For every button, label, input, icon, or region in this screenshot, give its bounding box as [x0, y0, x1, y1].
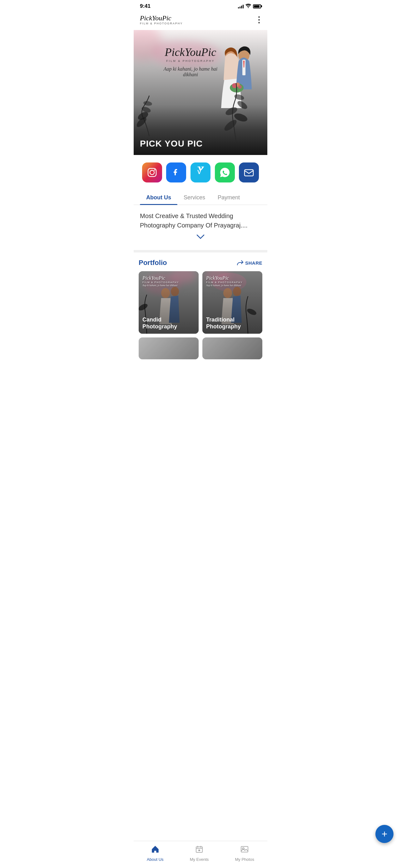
status-bar: 9:41	[134, 0, 267, 11]
portfolio-card-partial-1[interactable]	[139, 337, 199, 359]
logo-name: PickYouPic	[140, 14, 183, 22]
wifi-icon	[245, 4, 251, 9]
portfolio-card-candid[interactable]: PickYouPic FILM & PHOTOGRAPHY Aap ki kah…	[139, 271, 199, 334]
vimeo-button[interactable]: V	[191, 162, 210, 183]
portfolio-section: Portfolio SHARE	[134, 254, 267, 359]
battery-icon	[253, 4, 261, 8]
card-label-candid: CandidPhotography	[142, 316, 177, 330]
card-label-traditional: TraditionalPhotography	[206, 316, 241, 330]
portfolio-grid-row2	[139, 337, 262, 359]
app-header: PickYouPic FILM & PHOTOGRAPHY	[134, 11, 267, 30]
share-button[interactable]: SHARE	[237, 260, 262, 266]
hero-banner: PickYouPic FILM & PHOTOGRAPHY Aap ki kah…	[134, 30, 267, 155]
more-menu-button[interactable]	[257, 15, 261, 25]
expand-chevron-button[interactable]	[140, 230, 261, 243]
tab-about-us[interactable]: About Us	[140, 190, 177, 205]
hero-title: PICK YOU PIC	[140, 139, 203, 149]
svg-point-14	[223, 118, 238, 132]
more-dot-1	[258, 16, 260, 18]
logo-subtitle: FILM & PHOTOGRAPHY	[140, 22, 183, 25]
more-dot-2	[258, 19, 260, 21]
portfolio-title: Portfolio	[139, 259, 167, 267]
facebook-button[interactable]	[166, 162, 186, 183]
about-text: Most Creative & Trusted Wedding Photogra…	[140, 211, 261, 230]
portfolio-grid: PickYouPic FILM & PHOTOGRAPHY Aap ki kah…	[139, 271, 262, 334]
share-label: SHARE	[245, 260, 262, 266]
tab-payment[interactable]: Payment	[211, 190, 246, 205]
hero-logo-sub: FILM & PHOTOGRAPHY	[165, 59, 216, 62]
tab-services[interactable]: Services	[177, 190, 211, 205]
social-icons-row: V	[134, 155, 267, 190]
signal-icon	[238, 4, 244, 8]
whatsapp-button[interactable]	[215, 162, 235, 183]
more-dot-3	[258, 22, 260, 24]
status-time: 9:41	[140, 3, 151, 9]
card-logo-2: PickYouPic FILM & PHOTOGRAPHY Aap ki kah…	[206, 275, 243, 287]
section-divider	[134, 250, 267, 252]
tabs-row: About Us Services Payment	[134, 190, 267, 205]
instagram-button[interactable]	[142, 162, 162, 183]
status-icons	[238, 4, 261, 9]
app-logo: PickYouPic FILM & PHOTOGRAPHY	[140, 14, 183, 25]
svg-point-17	[150, 170, 154, 175]
portfolio-card-traditional[interactable]: PickYouPic FILM & PHOTOGRAPHY Aap ki kah…	[202, 271, 262, 334]
card-logo-1: PickYouPic FILM & PHOTOGRAPHY Aap ki kah…	[142, 275, 179, 287]
svg-point-13	[236, 99, 248, 110]
svg-point-18	[154, 169, 155, 170]
svg-rect-20	[244, 170, 253, 176]
botanical-left-icon	[137, 92, 162, 136]
email-button[interactable]	[239, 162, 259, 183]
svg-text:V: V	[197, 169, 201, 175]
hero-tagline: Aap ki kahani, jo hame hai dikhani	[157, 66, 224, 78]
hero-logo-script: PickYouPic	[165, 45, 216, 59]
portfolio-header: Portfolio SHARE	[139, 259, 262, 267]
about-section: Most Creative & Trusted Wedding Photogra…	[134, 205, 267, 249]
botanical-right-icon	[218, 80, 255, 143]
portfolio-card-partial-2[interactable]	[202, 337, 262, 359]
